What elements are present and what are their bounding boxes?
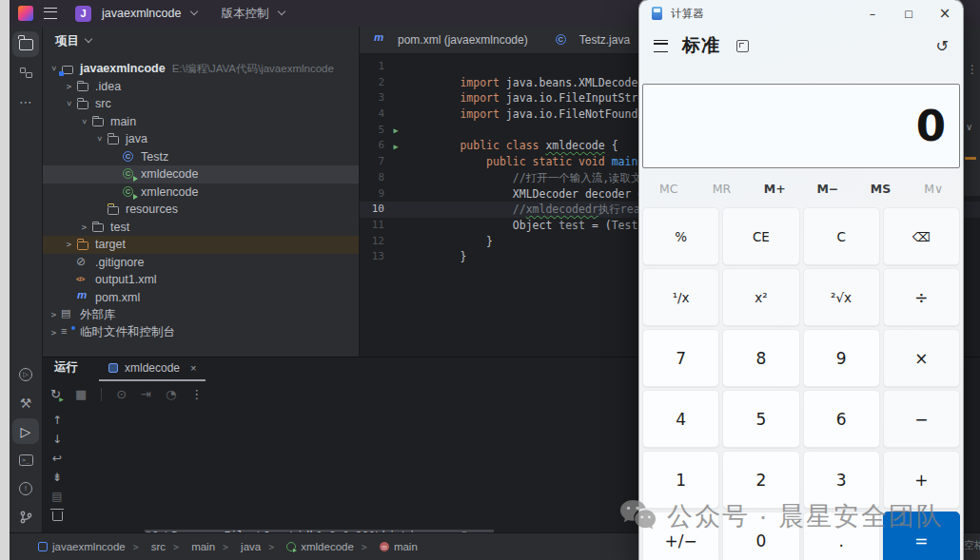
calculator-key[interactable]: CE <box>722 207 799 265</box>
gutter-run-icon[interactable] <box>384 138 407 155</box>
close-tab-icon[interactable]: × <box>190 362 196 374</box>
calculator-key[interactable]: C <box>803 207 880 265</box>
breadcrumb-item[interactable]: main <box>166 541 215 552</box>
calculator-key[interactable]: ²√x <box>803 268 880 326</box>
tree-row[interactable]: test <box>43 219 359 237</box>
calculator-key[interactable]: 0 <box>722 512 799 560</box>
vcs-tool-button[interactable] <box>12 504 39 530</box>
soft-wrap-icon[interactable]: ↩ <box>52 452 62 465</box>
tree-row[interactable]: src <box>43 95 359 113</box>
tree-row[interactable]: pom.xml <box>43 289 359 307</box>
vcs-menu[interactable]: 版本控制 <box>221 6 268 22</box>
calculator-key[interactable]: 5 <box>722 390 799 448</box>
calculator-key[interactable]: 3 <box>803 451 880 509</box>
stop-button[interactable]: ■ <box>75 387 87 401</box>
calculator-key[interactable]: 9 <box>803 329 880 387</box>
rerun-button[interactable]: ↻ <box>50 387 61 401</box>
calculator-title-bar[interactable]: 计算器 – □ × <box>639 0 963 27</box>
calculator-key[interactable]: × <box>883 329 960 387</box>
tree-row[interactable]: xmlencode <box>43 183 359 202</box>
breadcrumb-item[interactable]: xmldecode <box>261 541 354 552</box>
next-trace-icon[interactable]: ↓ <box>52 433 62 446</box>
tree-chevron-icon[interactable] <box>77 117 91 126</box>
kebab-menu-icon[interactable]: ⋮ <box>967 63 978 76</box>
calculator-key[interactable]: 8 <box>722 329 799 387</box>
calculator-key[interactable]: + <box>883 451 960 509</box>
calculator-key[interactable]: ÷ <box>883 268 960 326</box>
gutter-run-icon[interactable] <box>384 122 407 139</box>
problems-tool-button[interactable]: ! <box>12 475 39 501</box>
calculator-key[interactable]: 6 <box>803 390 880 448</box>
memory-button[interactable]: MR <box>696 175 749 202</box>
calculator-key[interactable]: +/− <box>642 512 719 560</box>
calculator-key[interactable]: 4 <box>642 390 719 448</box>
calculator-key[interactable]: ¹/x <box>642 268 719 326</box>
maximize-button[interactable]: □ <box>891 0 927 27</box>
close-button[interactable]: × <box>927 0 963 27</box>
tree-row[interactable]: java <box>43 130 359 148</box>
tree-row[interactable]: resources <box>43 201 359 219</box>
tree-chevron-icon[interactable] <box>92 134 107 144</box>
project-avatar[interactable]: J <box>75 6 91 22</box>
commit-tool-button[interactable] <box>12 60 39 86</box>
calculator-key[interactable]: 1 <box>642 451 719 509</box>
memory-button[interactable]: M∨ <box>907 175 960 202</box>
tree-chevron-icon[interactable] <box>77 222 91 232</box>
tree-row[interactable]: javaexmlncode E:\编程\JAVA代码\javaexmlncode <box>43 60 359 78</box>
calculator-key[interactable]: ⌫ <box>883 207 960 265</box>
memory-button[interactable]: MS <box>854 175 908 202</box>
print-icon[interactable]: ▤ <box>51 490 62 503</box>
build-tool-button[interactable]: ⚒ <box>12 390 39 415</box>
prev-trace-icon[interactable]: ↑ <box>52 414 62 427</box>
more-tools-button[interactable]: ⋯ <box>12 88 39 114</box>
history-icon[interactable]: ↺ <box>936 37 949 55</box>
tree-row[interactable]: xmldecode <box>43 165 359 183</box>
tree-chevron-icon[interactable] <box>62 240 76 249</box>
run-tab[interactable]: xmldecode × <box>99 361 206 381</box>
line-number: 11 <box>360 218 384 234</box>
attach-icon[interactable]: ⇥ <box>141 387 151 401</box>
tree-row[interactable]: output1.xml <box>43 271 359 289</box>
memory-button[interactable]: M− <box>801 175 854 202</box>
terminal-tool-button[interactable]: >_ <box>12 447 39 473</box>
breadcrumb-item[interactable]: main <box>354 541 418 552</box>
tree-row[interactable]: main <box>43 113 359 131</box>
clear-console-icon[interactable] <box>52 512 63 521</box>
main-menu-icon[interactable] <box>44 8 57 19</box>
tree-chevron-icon[interactable] <box>62 99 76 108</box>
project-switcher[interactable]: javaexmlncode <box>102 7 181 20</box>
memory-button[interactable]: M+ <box>748 175 801 202</box>
tree-chevron-icon[interactable] <box>47 328 61 338</box>
services-tool-button[interactable]: ▷ <box>12 361 39 387</box>
minimize-button[interactable]: – <box>854 0 891 27</box>
chevron-down-icon[interactable]: ∨ <box>966 122 972 132</box>
breadcrumb-item[interactable]: src <box>126 541 166 552</box>
calculator-key[interactable]: x² <box>722 268 799 326</box>
tree-chevron-icon[interactable] <box>62 82 76 91</box>
breadcrumb-item[interactable]: java <box>215 541 261 552</box>
calculator-key[interactable]: 2 <box>722 451 799 509</box>
calculator-key[interactable]: . <box>803 512 880 560</box>
tree-row[interactable]: .gitignore <box>43 254 359 272</box>
tree-row[interactable]: .idea <box>43 78 359 96</box>
kebab-menu-icon[interactable]: ⋮ <box>190 387 203 401</box>
tree-chevron-icon[interactable] <box>47 310 61 319</box>
project-tool-button[interactable] <box>12 31 39 57</box>
calculator-key[interactable]: 7 <box>642 329 719 387</box>
project-panel-header[interactable]: 项目 <box>43 27 359 55</box>
tree-row[interactable]: 临时文件和控制台 <box>43 324 359 342</box>
run-tool-button[interactable]: ▷ <box>12 418 39 444</box>
calculator-key[interactable]: % <box>642 207 719 265</box>
breadcrumb-item[interactable]: javaexmlncode <box>38 541 126 552</box>
memory-button[interactable]: MC <box>642 175 696 202</box>
tree-row[interactable]: target <box>43 236 359 254</box>
profiler-icon[interactable]: ◔ <box>166 387 176 401</box>
thread-dump-icon[interactable]: ⊙ <box>116 387 127 401</box>
hamburger-menu-icon[interactable] <box>654 40 668 52</box>
keep-on-top-icon[interactable] <box>736 40 749 52</box>
tree-row[interactable]: 外部库 <box>43 306 359 324</box>
calculator-key[interactable]: − <box>883 390 960 448</box>
tree-row[interactable]: Testz <box>43 148 359 166</box>
scroll-to-end-icon[interactable]: ⇟ <box>52 471 62 484</box>
calculator-key[interactable]: = <box>883 512 960 560</box>
